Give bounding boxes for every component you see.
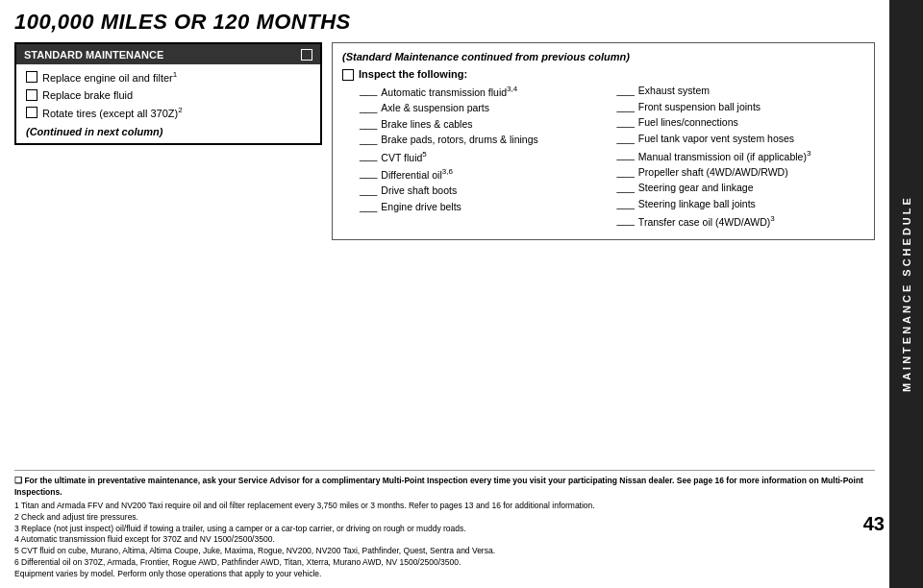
item-text: Automatic transmission fluid3,4	[381, 85, 517, 99]
page-number: 43	[863, 513, 885, 535]
dash: ___	[617, 116, 635, 128]
item-text: Exhaust system	[638, 85, 710, 98]
list-item: ___ Drive shaft boots	[360, 184, 608, 198]
list-item: Rotate tires (except all 370Z)2	[26, 106, 311, 120]
header-checkbox	[301, 49, 312, 61]
content-area: STANDARD MAINTENANCE Replace engine oil …	[14, 42, 875, 470]
item-text: Front suspension ball joints	[638, 101, 761, 114]
list-item: ___ Brake lines & cables	[360, 118, 608, 132]
list-item: ___ Fuel tank vapor vent system hoses	[617, 133, 865, 146]
item-text: Fuel tank vapor vent system hoses	[638, 133, 794, 146]
item-text: Steering linkage ball joints	[638, 198, 756, 211]
footnote-3: 3 Replace (not just inspect) oil/fluid i…	[14, 524, 875, 535]
footnote-4: 4 Automatic transmission fluid except fo…	[14, 534, 875, 546]
checkbox-icon	[26, 71, 37, 83]
list-item: ___ Manual transmission oil (if applicab…	[617, 149, 865, 163]
dash: ___	[617, 149, 635, 160]
checkbox-icon	[26, 89, 37, 101]
dash: ___	[617, 166, 635, 178]
footnote-2: 2 Check and adjust tire pressures.	[14, 512, 875, 524]
sidebar: MAINTENANCE SCHEDULE	[889, 0, 923, 588]
dash: ___	[360, 102, 377, 113]
list-item: Replace engine oil and filter1	[26, 70, 311, 85]
col-left: ___ Automatic transmission fluid3,4 ___ …	[360, 85, 608, 232]
checkbox-icon	[26, 107, 37, 118]
dash: ___	[360, 184, 377, 196]
left-box: STANDARD MAINTENANCE Replace engine oil …	[14, 42, 322, 145]
list-item: ___ Transfer case oil (4WD/AWD)3	[617, 214, 865, 229]
dash: ___	[617, 85, 635, 96]
list-item: ___ Steering gear and linkage	[617, 182, 865, 195]
dash: ___	[360, 134, 377, 145]
continued-text: (Continued in next column)	[26, 126, 311, 137]
list-item: ___ Propeller shaft (4WD/AWD/RWD)	[617, 166, 865, 180]
item-text: Rotate tires (except all 370Z)2	[42, 106, 183, 120]
list-item: Replace brake fluid	[26, 88, 311, 102]
footnote-5: 5 CVT fluid on cube, Murano, Altima, Alt…	[14, 546, 875, 557]
item-text: Steering gear and linkage	[638, 182, 754, 195]
list-item: ___ Fuel lines/connections	[617, 116, 865, 130]
item-text: Drive shaft boots	[381, 184, 457, 198]
dash: ___	[617, 101, 635, 112]
item-text: CVT fluid5	[381, 150, 426, 164]
list-item: ___ Front suspension ball joints	[617, 101, 865, 114]
inspect-checkbox	[342, 69, 354, 81]
col-right: ___ Exhaust system ___ Front suspension …	[617, 85, 865, 232]
dash: ___	[360, 85, 377, 96]
dash: ___	[360, 118, 377, 130]
main-content: 100,000 MILES OR 120 MONTHS STANDARD MAI…	[0, 0, 889, 588]
right-box-header: (Standard Maintenance continued from pre…	[342, 51, 864, 62]
dash: ___	[617, 214, 635, 226]
two-column-layout: ___ Automatic transmission fluid3,4 ___ …	[360, 85, 864, 232]
footnote-main-text: For the ultimate in preventative mainten…	[14, 476, 863, 497]
right-box: (Standard Maintenance continued from pre…	[332, 42, 875, 240]
footnotes: ❑ For the ultimate in preventative maint…	[14, 470, 875, 580]
inspect-heading: Inspect the following:	[342, 68, 864, 81]
dash: ___	[617, 133, 635, 144]
dash: ___	[617, 182, 635, 193]
footnote-6: 6 Differential oil on 370Z, Armada, Fron…	[14, 557, 875, 569]
item-text: Replace brake fluid	[42, 88, 133, 102]
item-text: Replace engine oil and filter1	[42, 70, 177, 85]
list-item: ___ Differential oil3,6	[360, 167, 608, 182]
item-text: Engine drive belts	[381, 201, 461, 214]
item-text: Brake pads, rotors, drums & linings	[381, 134, 537, 147]
dash: ___	[360, 150, 377, 161]
footnote-1: 1 Titan and Armada FFV and NV200 Taxi re…	[14, 501, 875, 512]
item-text: Transfer case oil (4WD/AWD)3	[638, 214, 775, 229]
inspect-label: Inspect the following:	[359, 68, 467, 80]
dash: ___	[360, 167, 377, 179]
list-item: ___ Exhaust system	[617, 85, 865, 98]
list-item: ___ Automatic transmission fluid3,4	[360, 85, 608, 99]
item-text: Brake lines & cables	[381, 118, 472, 132]
item-text: Propeller shaft (4WD/AWD/RWD)	[638, 166, 788, 180]
list-item: ___ Axle & suspension parts	[360, 102, 608, 115]
dash: ___	[617, 198, 635, 209]
footnote-equipment: Equipment varies by model. Perform only …	[14, 569, 875, 580]
page-title: 100,000 MILES OR 120 MONTHS	[14, 10, 875, 35]
item-text: Fuel lines/connections	[638, 116, 738, 130]
dash: ___	[360, 201, 377, 212]
list-item: ___ Brake pads, rotors, drums & linings	[360, 134, 608, 147]
standard-maintenance-label: STANDARD MAINTENANCE	[24, 49, 163, 61]
left-box-header: STANDARD MAINTENANCE	[16, 44, 320, 64]
list-item: ___ Steering linkage ball joints	[617, 198, 865, 211]
item-text: Axle & suspension parts	[381, 102, 489, 115]
list-item: ___ Engine drive belts	[360, 201, 608, 214]
left-box-body: Replace engine oil and filter1 Replace b…	[16, 64, 320, 143]
item-text: Manual transmission oil (if applicable)3	[638, 149, 811, 163]
footnote-main: ❑ For the ultimate in preventative maint…	[14, 476, 875, 499]
sidebar-label: MAINTENANCE SCHEDULE	[901, 196, 912, 393]
list-item: ___ CVT fluid5	[360, 150, 608, 164]
item-text: Differential oil3,6	[381, 167, 453, 182]
